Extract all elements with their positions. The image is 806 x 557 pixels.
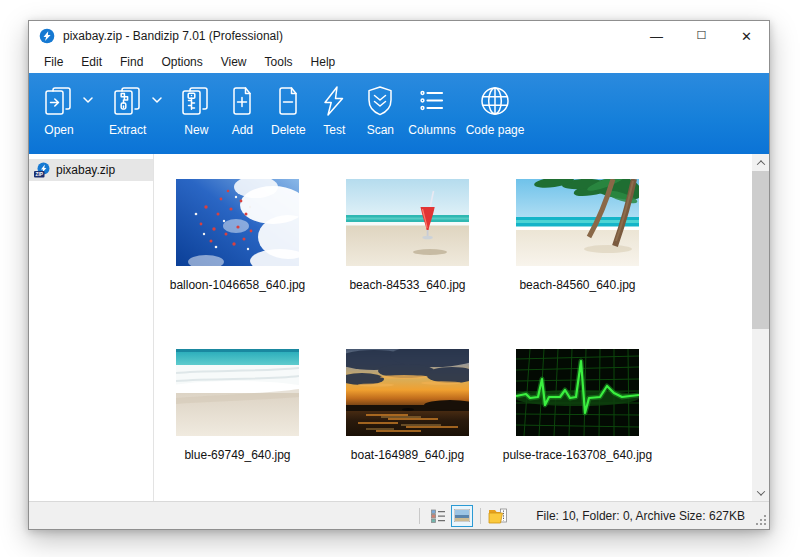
delete-icon <box>270 83 306 119</box>
chevron-up-icon <box>756 160 764 168</box>
toolbar-group-extract: Extract <box>109 82 168 137</box>
file-name: blue-69749_640.jpg <box>155 448 323 462</box>
sidebar-item-label: pixabay.zip <box>56 163 115 177</box>
file-item[interactable]: beach-84560_640.jpg <box>516 179 639 292</box>
toolbar-label: Add <box>232 123 253 137</box>
close-icon: ✕ <box>741 30 752 43</box>
bandizip-logo-icon <box>39 28 55 44</box>
close-button[interactable]: ✕ <box>724 21 769 51</box>
extract-icon <box>110 83 146 119</box>
menu-item-find[interactable]: Find <box>111 53 152 71</box>
thumbnail-view-icon <box>454 509 470 522</box>
thumbnail <box>346 349 469 436</box>
scroll-down-button[interactable] <box>752 484 769 501</box>
toolbar-button-code-page[interactable]: Code page <box>466 82 525 137</box>
toolbar-button-new[interactable]: New <box>178 82 214 137</box>
chevron-down-icon <box>756 487 764 495</box>
toolbar-group-test: Test <box>316 82 352 137</box>
toolbar-group-delete: Delete <box>270 82 306 137</box>
minimize-button[interactable]: — <box>634 21 679 51</box>
thumbnail <box>346 179 469 266</box>
thumbnail <box>176 179 299 266</box>
menu-item-options[interactable]: Options <box>152 53 211 71</box>
details-view-button[interactable] <box>427 505 449 527</box>
scroll-up-button[interactable] <box>752 154 769 171</box>
desktop: pixabay.zip - Bandizip 7.01 (Professiona… <box>0 0 806 557</box>
toolbar-group-code-page: Code page <box>466 82 525 137</box>
code-page-icon <box>477 83 513 119</box>
toolbar-group-new: New <box>178 82 214 137</box>
statusbar-separator <box>419 508 420 524</box>
toolbar: Open Extract New Add Delete Test Scan Co… <box>29 73 769 154</box>
toolbar-button-open[interactable]: Open <box>41 82 77 137</box>
dropdown-chevron-icon[interactable] <box>77 82 99 118</box>
minimize-icon: — <box>650 30 663 43</box>
open-archive-folder-button[interactable] <box>487 505 509 527</box>
add-icon <box>224 83 260 119</box>
menu-bar: FileEditFindOptionsViewToolsHelp <box>29 51 769 73</box>
maximize-button[interactable]: ☐ <box>679 21 724 51</box>
svg-text:ZIP: ZIP <box>35 172 43 177</box>
file-grid: balloon-1046658_640.jpg beach-84533_640.… <box>155 154 752 501</box>
scan-icon <box>362 83 398 119</box>
maximize-icon: ☐ <box>697 30 707 41</box>
toolbar-button-scan[interactable]: Scan <box>362 82 398 137</box>
thumbnail <box>516 349 639 436</box>
thumbnail <box>516 179 639 266</box>
toolbar-label: Delete <box>271 123 306 137</box>
archive-summary: File: 10, Folder: 0, Archive Size: 627KB <box>536 509 769 523</box>
zip-archive-icon: ZIP <box>33 162 51 178</box>
file-name: beach-84560_640.jpg <box>492 278 663 292</box>
toolbar-button-add[interactable]: Add <box>224 82 260 137</box>
toolbar-button-delete[interactable]: Delete <box>270 82 306 137</box>
file-item[interactable]: blue-69749_640.jpg <box>176 349 299 462</box>
toolbar-label: Extract <box>109 123 146 137</box>
new-archive-icon <box>178 83 214 119</box>
toolbar-group-scan: Scan <box>362 82 398 137</box>
file-item[interactable]: beach-84533_640.jpg <box>346 179 469 292</box>
menu-item-tools[interactable]: Tools <box>256 53 302 71</box>
sidebar-item-pixabay-zip[interactable]: ZIP pixabay.zip <box>29 159 153 181</box>
bandizip-window: pixabay.zip - Bandizip 7.01 (Professiona… <box>28 20 770 530</box>
toolbar-button-extract[interactable]: Extract <box>109 82 146 137</box>
menu-item-file[interactable]: File <box>35 53 72 71</box>
details-view-icon <box>429 507 447 525</box>
file-name: balloon-1046658_640.jpg <box>155 278 323 292</box>
file-item[interactable]: pulse-trace-163708_640.jpg <box>516 349 639 462</box>
toolbar-label: New <box>184 123 208 137</box>
resize-grip[interactable] <box>754 513 766 525</box>
title-bar[interactable]: pixabay.zip - Bandizip 7.01 (Professiona… <box>29 21 769 51</box>
sidebar: ZIP pixabay.zip <box>29 154 154 501</box>
file-name: pulse-trace-163708_640.jpg <box>492 448 663 462</box>
toolbar-group-open: Open <box>41 82 99 137</box>
file-name: beach-84533_640.jpg <box>322 278 493 292</box>
file-item[interactable]: boat-164989_640.jpg <box>346 349 469 462</box>
thumbnail-view-button[interactable] <box>451 505 473 527</box>
archive-folder-icon <box>488 508 508 524</box>
toolbar-button-columns[interactable]: Columns <box>408 82 455 137</box>
scrollbar-thumb[interactable] <box>752 171 769 329</box>
statusbar-separator <box>480 508 481 524</box>
columns-icon <box>414 83 450 119</box>
thumbnail <box>176 349 299 436</box>
status-bar: File: 10, Folder: 0, Archive Size: 627KB <box>29 501 769 529</box>
file-item[interactable]: balloon-1046658_640.jpg <box>176 179 299 292</box>
toolbar-button-test[interactable]: Test <box>316 82 352 137</box>
file-name: boat-164989_640.jpg <box>322 448 493 462</box>
test-icon <box>316 83 352 119</box>
toolbar-label: Columns <box>408 123 455 137</box>
toolbar-label: Code page <box>466 123 525 137</box>
dropdown-chevron-icon[interactable] <box>146 82 168 118</box>
toolbar-label: Test <box>323 123 345 137</box>
toolbar-group-add: Add <box>224 82 260 137</box>
window-title: pixabay.zip - Bandizip 7.01 (Professiona… <box>63 29 283 43</box>
toolbar-label: Open <box>44 123 73 137</box>
menu-item-edit[interactable]: Edit <box>72 53 111 71</box>
toolbar-group-columns: Columns <box>408 82 455 137</box>
menu-item-help[interactable]: Help <box>302 53 345 71</box>
work-area: ZIP pixabay.zip balloon-1046658_640.jpg … <box>29 154 769 501</box>
vertical-scrollbar[interactable] <box>752 154 769 501</box>
open-icon <box>41 83 77 119</box>
toolbar-label: Scan <box>367 123 394 137</box>
menu-item-view[interactable]: View <box>212 53 256 71</box>
